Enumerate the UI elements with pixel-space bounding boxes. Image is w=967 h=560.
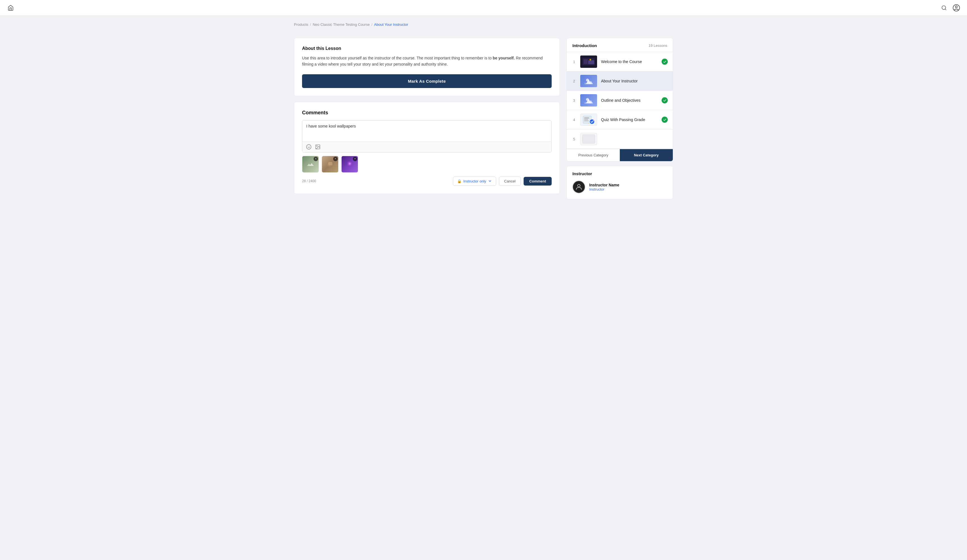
category-nav: Previous Category Next Category: [567, 149, 673, 161]
svg-rect-9: [307, 161, 314, 167]
lesson-number-1: 1: [572, 60, 576, 64]
lesson-description: Use this area to introduce yourself as t…: [302, 55, 552, 68]
attached-image-2: ×: [322, 156, 338, 173]
svg-rect-31: [584, 118, 589, 118]
user-icon[interactable]: [952, 4, 960, 12]
svg-rect-12: [328, 162, 332, 165]
svg-rect-18: [584, 59, 587, 64]
attached-images: × ×: [302, 156, 552, 173]
lesson-thumb-3: [580, 94, 597, 107]
next-category-button[interactable]: Next Category: [620, 149, 673, 161]
attached-image-1: ×: [302, 156, 319, 173]
sidebar-section-title: Introduction: [573, 43, 597, 48]
char-count: 28 / 2400: [302, 179, 316, 183]
comments-card: Comments I have some kool wallpapers: [294, 102, 560, 194]
lesson-number-2: 2: [572, 79, 576, 83]
lesson-item-4[interactable]: 4 Quiz With Passing Grade: [567, 110, 673, 129]
comments-title: Comments: [302, 110, 552, 116]
sidebar: Introduction 19 Lessons 1 Welcome to the: [566, 38, 673, 199]
lesson-item-3[interactable]: 3 Outline and Objectives: [567, 91, 673, 110]
instructor-info: Instructor Name Instructor: [573, 181, 667, 193]
remove-image-3-button[interactable]: ×: [353, 156, 357, 161]
lesson-thumb-1: [580, 56, 597, 68]
instructor-avatar: [573, 181, 585, 193]
instructor-only-button[interactable]: 🔒 Instructor only: [453, 176, 496, 186]
comment-footer: 28 / 2400 🔒 Instructor only Cancel Comme…: [302, 176, 552, 186]
header-left: [7, 4, 15, 12]
check-circle-3: [662, 97, 668, 104]
search-icon[interactable]: [940, 4, 948, 12]
lesson-check-4: [662, 117, 668, 123]
lesson-desc-bold: be yourself.: [493, 56, 515, 60]
breadcrumb-current: About Your Instructor: [374, 22, 408, 26]
attached-image-3: ×: [341, 156, 358, 173]
svg-line-1: [945, 9, 946, 10]
breadcrumb-products[interactable]: Products: [294, 22, 308, 26]
svg-point-20: [589, 59, 591, 61]
lesson-item-1[interactable]: 1 Welcome to the Course: [567, 52, 673, 71]
svg-point-37: [578, 184, 580, 187]
svg-rect-28: [584, 102, 592, 104]
lock-icon: 🔒: [457, 179, 462, 183]
remove-image-2-button[interactable]: ×: [333, 156, 338, 161]
comment-textarea[interactable]: I have some kool wallpapers: [302, 120, 551, 140]
breadcrumb-course[interactable]: Neo Classic Theme Testing Course: [313, 22, 370, 26]
svg-point-8: [317, 146, 317, 147]
lesson-card: About this Lesson Use this area to intro…: [294, 38, 560, 96]
lesson-item-5[interactable]: 5: [567, 130, 673, 148]
lessons-count: 19 Lessons: [649, 43, 667, 48]
lesson-thumb-5: [580, 133, 597, 145]
cancel-button[interactable]: Cancel: [499, 176, 521, 186]
blank-thumb-svg: [581, 134, 596, 144]
lesson-check-1: [662, 59, 668, 65]
mountain-icon-3: [584, 97, 593, 104]
lesson-card-title: About this Lesson: [302, 46, 552, 51]
svg-point-4: [307, 144, 311, 149]
instructor-details: Instructor Name Instructor: [589, 183, 619, 191]
lesson-name-3: Outline and Objectives: [601, 98, 658, 102]
svg-rect-24: [584, 83, 592, 84]
course-outline-card: Introduction 19 Lessons 1 Welcome to the: [566, 38, 673, 161]
svg-point-34: [590, 119, 594, 124]
lesson-number-3: 3: [572, 98, 576, 102]
instructor-section: Instructor Instructor Name Instructor: [567, 166, 673, 199]
lesson-check-3: [662, 97, 668, 104]
instructor-card: Instructor Instructor Name Instructor: [566, 166, 673, 199]
comment-toolbar: [302, 141, 551, 152]
svg-rect-19: [588, 60, 594, 64]
emoji-icon[interactable]: [306, 144, 312, 150]
instructor-label: Instructor: [573, 171, 667, 176]
check-circle-1: [662, 59, 668, 65]
lesson-check-5: [662, 136, 668, 142]
breadcrumb-area: Products / Neo Classic Theme Testing Cou…: [287, 16, 680, 26]
header-right: [940, 4, 960, 12]
remove-image-1-button[interactable]: ×: [314, 156, 318, 161]
main-container: About this Lesson Use this area to intro…: [287, 26, 680, 211]
instructor-role-link[interactable]: Instructor: [589, 187, 619, 191]
breadcrumb-sep-2: /: [371, 22, 373, 26]
header: [0, 0, 967, 16]
lesson-thumb-2: [580, 75, 597, 87]
lesson-desc-text: Use this area to introduce yourself as t…: [302, 56, 493, 60]
image-upload-icon[interactable]: [315, 144, 321, 150]
instructor-name: Instructor Name: [589, 183, 619, 187]
lesson-check-2: [662, 78, 668, 84]
breadcrumb: Products / Neo Classic Theme Testing Cou…: [294, 22, 673, 26]
mountain-icon-2: [584, 77, 593, 84]
previous-category-button[interactable]: Previous Category: [567, 149, 620, 161]
home-icon[interactable]: [7, 4, 15, 12]
lesson-number-4: 4: [572, 118, 576, 122]
submit-comment-button[interactable]: Comment: [524, 177, 552, 186]
svg-rect-33: [584, 120, 589, 121]
mark-complete-button[interactable]: Mark As Complete: [302, 74, 552, 88]
sidebar-header: Introduction 19 Lessons: [567, 38, 673, 52]
svg-rect-36: [583, 135, 595, 143]
comment-actions: 🔒 Instructor only Cancel Comment: [453, 176, 552, 186]
chevron-down-icon: [488, 179, 492, 183]
quiz-thumb-svg: [581, 114, 596, 125]
lesson-name-2: About Your Instructor: [601, 79, 658, 83]
comment-input-wrapper: I have some kool wallpapers: [302, 120, 552, 153]
lesson-item-2[interactable]: 2 About Your Instructor: [567, 71, 673, 91]
breadcrumb-sep-1: /: [310, 22, 311, 26]
lesson-number-5: 5: [572, 137, 576, 141]
